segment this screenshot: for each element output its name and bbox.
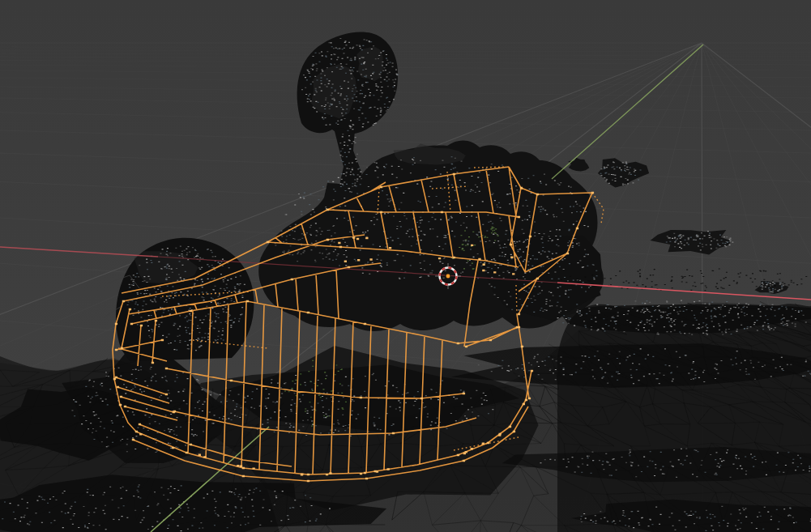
- 3d-viewport[interactable]: [0, 0, 811, 532]
- viewport-canvas[interactable]: [0, 0, 811, 532]
